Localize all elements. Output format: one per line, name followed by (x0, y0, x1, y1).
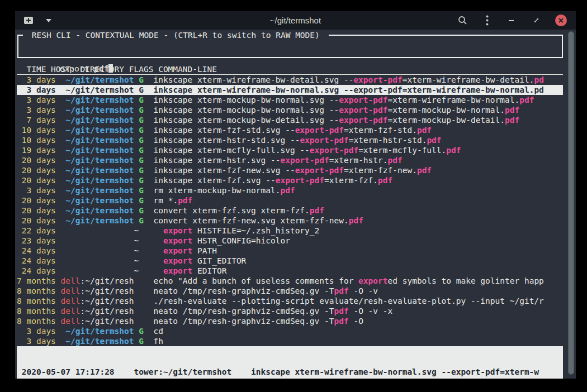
history-row[interactable]: 20 days ~/git/termshot G convert xterm-f… (17, 205, 563, 216)
tab-switcher-button[interactable] (43, 15, 54, 26)
search-icon (458, 16, 467, 25)
history-row[interactable]: 20 days ~/git/termshot G inkscape xterm-… (17, 155, 563, 165)
history-row[interactable]: 8 months dell:~/git/resh neato /tmp/resh… (17, 316, 563, 326)
titlebar[interactable]: ~/git/termshot (15, 11, 576, 30)
history-row[interactable]: 23 days ~ export HSTR_CONFIG=hicolor (17, 236, 563, 246)
history-row[interactable]: 20 days ~/git/termshot G rm *.pdf (17, 195, 563, 205)
history-row[interactable]: 20 days ~/git/termshot G inkscape xterm-… (17, 175, 563, 185)
menu-button[interactable] (481, 15, 493, 26)
minimize-icon (509, 20, 514, 22)
history-row[interactable]: 7 days ~/git/termshot G inkscape xterm-m… (17, 115, 563, 125)
resh-search-box[interactable]: RESH CLI - CONTEXTUAL MODE - (CTRL+R to … (17, 35, 563, 58)
history-row[interactable]: 8 months dell:~/git/resh neato /tmp/resh… (17, 306, 563, 316)
tabs-chevron-icon (46, 19, 51, 22)
status-line-1: 2020-05-07 17:17:28 tower:~/git/termshot… (17, 367, 563, 377)
history-row[interactable]: 10 days ~/git/termshot G inkscape xterm-… (17, 135, 563, 145)
history-row[interactable]: 3 days ~/git/termshot G cd (17, 326, 563, 336)
terminal-content: RESH CLI - CONTEXTUAL MODE - (CTRL+R to … (15, 30, 576, 379)
search-input[interactable]: export pdf (60, 64, 113, 73)
history-row[interactable]: 20 days ~/git/termshot G inkscape xterm-… (17, 165, 563, 175)
history-row-selected[interactable]: 3 days ~/git/termshot G inkscape xterm-w… (17, 85, 563, 95)
history-row[interactable]: 8 months dell:~/git/resh ./resh-evaluate… (17, 296, 563, 306)
history-row[interactable]: 3 days ~/git/termshot G inkscape xterm-m… (17, 105, 563, 115)
minimize-button[interactable] (506, 15, 517, 26)
history-row[interactable]: 8 months dell:~/git/resh neato /tmp/resh… (17, 286, 563, 296)
close-button[interactable] (555, 15, 567, 26)
terminal-window: ~/git/termshot (15, 11, 576, 379)
status-bar: 2020-05-07 17:17:28 tower:~/git/termshot… (17, 346, 563, 379)
new-tab-icon (23, 16, 34, 26)
history-row[interactable]: 10 days ~/git/termshot G inkscape xterm-… (17, 125, 563, 135)
close-icon (558, 18, 564, 23)
text-cursor (108, 64, 113, 73)
new-tab-button[interactable] (23, 15, 34, 26)
history-row[interactable]: 3 days ~/git/termshot G rm xterm-mockup-… (17, 185, 563, 195)
history-row[interactable]: 20 days ~/git/termshot G convert xterm-f… (17, 216, 563, 226)
search-query-text: export pdf (60, 64, 108, 73)
restore-button[interactable] (531, 15, 542, 26)
history-row[interactable]: 3 days ~/git/termshot G inkscape xterm-w… (17, 75, 563, 85)
scrollbar-thumb[interactable] (568, 31, 574, 375)
history-row[interactable]: 22 days ~ export HISTFILE=~/.zsh_history… (17, 226, 563, 236)
kebab-menu-icon (486, 15, 489, 26)
history-row[interactable]: 24 days ~ export PATH (17, 246, 563, 256)
history-row[interactable]: 19 days ~/git/termshot G inkscape xterm-… (17, 145, 563, 155)
restore-icon (533, 17, 540, 24)
history-row[interactable]: 24 days ~ export EDITOR (17, 266, 563, 276)
search-button[interactable] (457, 15, 468, 26)
desktop: { "window": { "title": "~/git/termshot",… (0, 0, 587, 392)
history-row[interactable]: 7 months dell:~/git/resh echo "Add a bun… (17, 276, 563, 286)
history-row[interactable]: 3 days ~/git/termshot G fh (17, 336, 563, 346)
history-rows: 3 days ~/git/termshot G inkscape xterm-w… (17, 75, 563, 346)
resh-mode-title: RESH CLI - CONTEXTUAL MODE - (CTRL+R to … (23, 30, 329, 40)
history-row[interactable]: 24 days ~ export GIT_EDITOR (17, 256, 563, 266)
history-row[interactable]: 3 days ~/git/termshot G inkscape xterm-m… (17, 95, 563, 105)
